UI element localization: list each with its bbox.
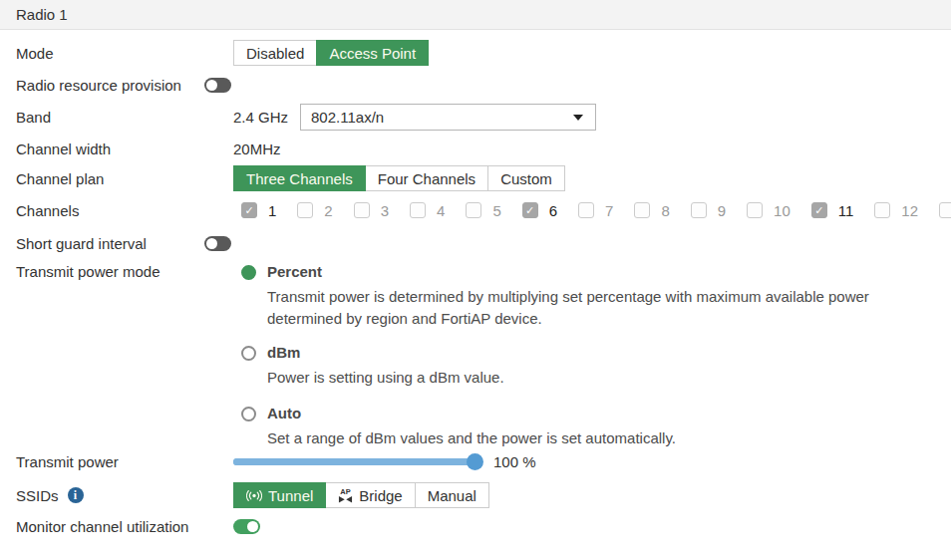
broadcast-icon	[246, 489, 262, 502]
channel-option-7[interactable]: 7	[578, 202, 613, 219]
channels-row: Channels ✓12345✓678910✓111213	[0, 201, 951, 219]
checkbox-unchecked-icon[interactable]	[354, 202, 370, 218]
channel-width-value: 20MHz	[233, 140, 281, 157]
checkbox-checked-icon[interactable]: ✓	[241, 202, 257, 218]
checkbox-unchecked-icon[interactable]	[466, 202, 481, 218]
channel-number-label: 5	[492, 202, 500, 219]
channel-plan-label: Channel plan	[16, 170, 233, 187]
short-guard-interval-toggle[interactable]	[204, 236, 231, 251]
radio-resource-provision-toggle[interactable]	[204, 78, 231, 93]
tunnel-option-label: Tunnel	[268, 487, 313, 504]
channel-number-label: 9	[718, 202, 726, 219]
section-header: Radio 1	[0, 0, 951, 30]
info-icon[interactable]: i	[68, 487, 84, 503]
percent-option-label: Percent	[267, 263, 945, 281]
toggle-knob	[206, 238, 217, 249]
band-row: Band 2.4 GHz 802.11ax/n	[0, 104, 951, 131]
bridge-option-label: Bridge	[359, 487, 402, 504]
channel-option-2[interactable]: 2	[297, 202, 332, 219]
dbm-option-description: Power is setting using a dBm value.	[267, 367, 504, 389]
channel-option-3[interactable]: 3	[354, 202, 389, 219]
channel-plan-option-custom[interactable]: Custom	[487, 165, 565, 191]
channel-option-4[interactable]: 4	[410, 202, 445, 219]
channel-number-label: 3	[381, 202, 389, 219]
ssids-option-bridge[interactable]: AP Bridge	[325, 482, 415, 508]
radio-option-auto[interactable]: Auto Set a range of dBm values and the p…	[241, 405, 945, 449]
svg-text:AP: AP	[341, 487, 351, 496]
checkbox-unchecked-icon[interactable]	[297, 202, 313, 218]
channel-number-label: 7	[605, 202, 613, 219]
checkbox-checked-icon[interactable]: ✓	[522, 202, 538, 218]
ap-bridge-icon: AP	[338, 487, 353, 503]
checkbox-unchecked-icon[interactable]	[874, 202, 890, 218]
channel-plan-row: Channel plan Three Channels Four Channel…	[0, 165, 951, 191]
radio-option-percent[interactable]: Percent Transmit power is determined by …	[241, 263, 945, 330]
percent-radio-button[interactable]	[241, 265, 256, 280]
mode-option-disabled[interactable]: Disabled	[233, 40, 317, 66]
slider-fill	[233, 458, 480, 465]
transmit-power-mode-options: Percent Transmit power is determined by …	[233, 263, 945, 453]
channel-width-label: Channel width	[16, 140, 233, 157]
checkbox-unchecked-icon[interactable]	[634, 202, 650, 218]
radio-option-dbm[interactable]: dBm Power is setting using a dBm value.	[241, 344, 945, 389]
dbm-option-label: dBm	[267, 344, 504, 362]
mode-segmented: Disabled Access Point	[233, 40, 429, 66]
ssids-option-tunnel[interactable]: Tunnel	[233, 482, 326, 508]
chevron-down-icon	[573, 115, 583, 121]
monitor-channel-utilization-label: Monitor channel utilization	[16, 518, 233, 535]
ssids-label-wrap: SSIDs i	[16, 487, 233, 504]
auto-option-description: Set a range of dBm values and the power …	[267, 427, 676, 449]
slider-handle[interactable]	[467, 453, 483, 470]
channel-number-label: 6	[549, 202, 557, 219]
mode-label: Mode	[16, 45, 233, 62]
channel-plan-option-three-channels[interactable]: Three Channels	[233, 165, 366, 191]
channel-number-label: 1	[268, 202, 276, 219]
band-frequency-text: 2.4 GHz	[233, 109, 288, 126]
channel-option-1[interactable]: ✓1	[241, 202, 276, 219]
band-label: Band	[16, 109, 233, 126]
toggle-knob	[247, 521, 258, 532]
transmit-power-mode-label: Transmit power mode	[16, 263, 233, 280]
channel-number-label: 12	[901, 202, 918, 219]
dbm-radio-button[interactable]	[241, 346, 256, 361]
channels-label: Channels	[16, 202, 233, 219]
short-guard-interval-label: Short guard interval	[16, 235, 204, 252]
toggle-knob	[206, 80, 217, 91]
channel-number-label: 11	[838, 202, 854, 219]
mode-row: Mode Disabled Access Point	[0, 40, 951, 66]
channel-option-11[interactable]: ✓11	[811, 202, 854, 219]
ssids-segmented: Tunnel AP Bridge Manual	[233, 482, 489, 508]
radio-settings-form: Mode Disabled Access Point Radio resourc…	[0, 30, 951, 536]
channel-option-12[interactable]: 12	[874, 202, 918, 219]
channel-number-label: 8	[661, 202, 669, 219]
channel-option-6[interactable]: ✓6	[522, 202, 557, 219]
channel-option-9[interactable]: 9	[691, 202, 726, 219]
ssids-label: SSIDs	[16, 487, 59, 504]
channel-number-label: 10	[774, 202, 791, 219]
checkbox-unchecked-icon[interactable]	[939, 202, 951, 218]
channel-option-13[interactable]: 13	[939, 202, 951, 219]
monitor-channel-utilization-row: Monitor channel utilization	[0, 516, 951, 536]
checkbox-unchecked-icon[interactable]	[747, 202, 763, 218]
channel-option-8[interactable]: 8	[634, 202, 669, 219]
channel-number-label: 4	[437, 202, 445, 219]
checkbox-unchecked-icon[interactable]	[410, 202, 426, 218]
auto-radio-button[interactable]	[241, 407, 256, 421]
channel-plan-segmented: Three Channels Four Channels Custom	[233, 165, 565, 191]
ssids-option-manual[interactable]: Manual	[415, 482, 489, 508]
mode-option-access-point[interactable]: Access Point	[316, 40, 429, 66]
transmit-power-slider[interactable]	[233, 458, 480, 465]
transmit-power-value: 100 %	[493, 453, 536, 470]
checkbox-checked-icon[interactable]: ✓	[811, 202, 827, 218]
channel-plan-option-four-channels[interactable]: Four Channels	[365, 165, 488, 191]
checkbox-unchecked-icon[interactable]	[691, 202, 707, 218]
radio-resource-provision-label: Radio resource provision	[16, 77, 204, 94]
auto-option-label: Auto	[267, 405, 676, 422]
radio-resource-provision-row: Radio resource provision	[0, 75, 951, 95]
percent-option-description: Transmit power is determined by multiply…	[267, 286, 945, 330]
channel-option-5[interactable]: 5	[466, 202, 500, 219]
checkbox-unchecked-icon[interactable]	[578, 202, 594, 218]
monitor-channel-utilization-toggle[interactable]	[233, 519, 260, 534]
band-select[interactable]: 802.11ax/n	[300, 104, 596, 131]
channel-option-10[interactable]: 10	[747, 202, 791, 219]
